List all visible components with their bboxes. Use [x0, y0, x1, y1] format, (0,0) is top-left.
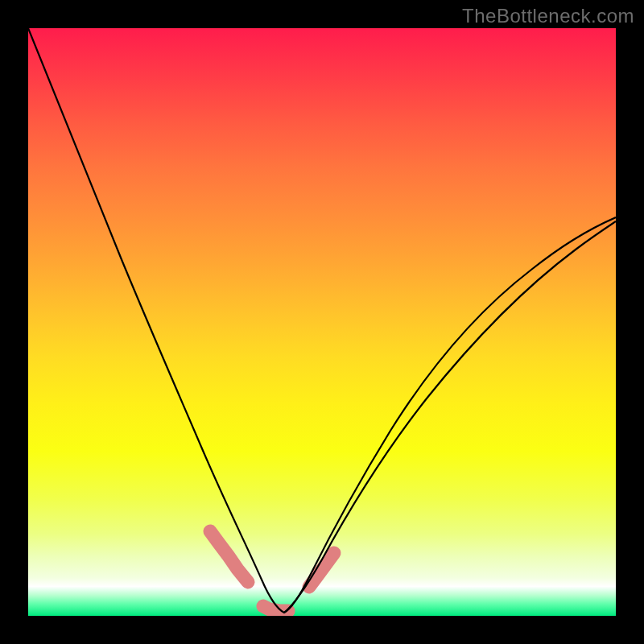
bottleneck-curve: [28, 28, 616, 613]
curve-layer: [28, 28, 616, 616]
bottom-tick-blob: [263, 606, 288, 611]
chart-frame: TheBottleneck.com: [0, 0, 644, 644]
watermark-text: TheBottleneck.com: [462, 5, 634, 27]
plot-area: [28, 28, 616, 616]
